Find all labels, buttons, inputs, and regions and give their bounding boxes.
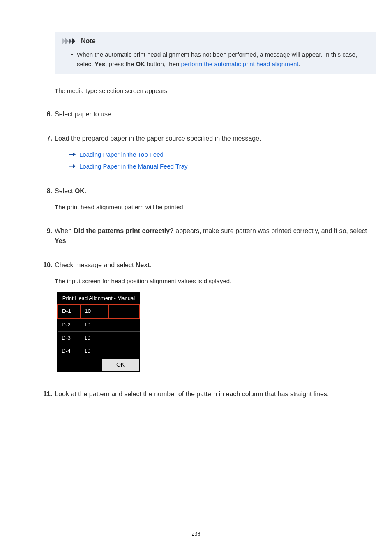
device-row-label: D-4 xyxy=(58,345,80,358)
note-title: Note xyxy=(81,36,96,46)
device-row-val: 10 xyxy=(80,318,109,331)
note-yes: Yes xyxy=(95,60,105,67)
step-9-num: 9. xyxy=(43,226,55,247)
note-chevrons-icon xyxy=(62,38,78,44)
step-10-post: . xyxy=(150,261,151,268)
step-8-text: Select OK. xyxy=(55,186,376,197)
arrow-right-icon xyxy=(69,152,76,157)
step-10-num: 10. xyxy=(43,260,55,271)
step-11-num: 11. xyxy=(43,389,55,400)
step-10-pre: Check message and select xyxy=(55,261,136,268)
device-row-label: D-3 xyxy=(58,332,80,345)
note-text: . xyxy=(299,60,300,67)
step-6-num: 6. xyxy=(43,109,55,120)
step-7-num: 7. xyxy=(43,134,55,173)
note-bullet: When the automatic print head alignment … xyxy=(77,50,368,69)
device-row: D-2 10 xyxy=(58,318,140,331)
step-10-text: Check message and select Next. xyxy=(55,260,376,271)
device-row: D-3 10 xyxy=(58,332,140,345)
step-8-pre: Select xyxy=(55,187,75,194)
step-7-text: Load the prepared paper in the paper sou… xyxy=(55,134,376,144)
device-title: Print Head Alignment - Manual xyxy=(57,292,140,304)
link-top-feed[interactable]: Loading Paper in the Top Feed xyxy=(79,150,164,159)
step-11-text: Look at the pattern and select the numbe… xyxy=(55,389,376,400)
note-box: Note When the automatic print head align… xyxy=(55,32,376,74)
device-row-val: 10 xyxy=(80,305,109,318)
step-8-post: . xyxy=(85,187,86,194)
step-8-num: 8. xyxy=(43,186,55,197)
device-row-val: 10 xyxy=(80,332,109,345)
link-manual-feed-tray[interactable]: Loading Paper in the Manual Feed Tray xyxy=(79,162,188,171)
page-number: 238 xyxy=(0,530,392,539)
step-9-mid: appears, make sure pattern was printed c… xyxy=(174,227,367,234)
note-link-auto-alignment[interactable]: perform the automatic print head alignme… xyxy=(181,60,299,67)
step-9-text: When Did the patterns print correctly? a… xyxy=(55,226,376,247)
device-row: D-4 10 xyxy=(58,345,140,358)
note-text: , press the xyxy=(105,60,136,67)
step-10-next: Next xyxy=(136,261,150,268)
device-row-label: D-1 xyxy=(58,305,80,318)
device-screenshot: Print Head Alignment - Manual D-1 10 D-2… xyxy=(57,292,140,372)
device-ok-button: OK xyxy=(102,359,139,371)
media-type-text: The media type selection screen appears. xyxy=(55,86,376,95)
step-9-pre: When xyxy=(55,227,74,234)
step-10-after: The input screen for head position align… xyxy=(55,276,376,286)
arrow-right-icon xyxy=(69,164,76,169)
step-6-text: Select paper to use. xyxy=(55,109,376,120)
device-row-selected: D-1 10 xyxy=(58,305,140,318)
step-8-ok: OK xyxy=(75,187,85,194)
step-9-q: Did the patterns print correctly? xyxy=(74,227,174,234)
device-row-val: 10 xyxy=(80,345,109,358)
step-9-post: . xyxy=(66,237,68,244)
note-text: button, then xyxy=(145,60,181,67)
note-ok: OK xyxy=(136,60,145,67)
step-8-after: The print head alignment pattern will be… xyxy=(55,202,376,212)
step-9-yes: Yes xyxy=(55,237,66,244)
device-row-label: D-2 xyxy=(58,318,80,331)
